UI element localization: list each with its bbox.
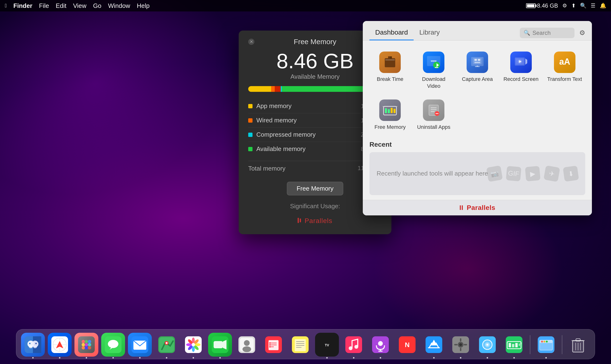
svg-rect-115 (460, 348, 461, 351)
dock-separator-2 (562, 335, 562, 354)
dock-camo-dot (487, 357, 488, 359)
dock-safari[interactable] (48, 333, 72, 357)
dock-contacts[interactable] (235, 333, 259, 357)
dock-photos-dot (193, 357, 194, 359)
svg-rect-126 (515, 343, 518, 347)
menubar-edit[interactable]: Edit (56, 2, 66, 10)
dock-launchpad[interactable] (74, 333, 98, 357)
tool-download-video[interactable]: www Download Video (413, 47, 454, 93)
dot-available-memory (248, 147, 252, 151)
footer-parallels-text: Parallels (467, 204, 495, 211)
tool-capture-area[interactable]: Capture Area (457, 47, 498, 93)
dock-appstore-dot (433, 357, 435, 359)
svg-rect-3 (385, 59, 395, 61)
svg-text:www: www (431, 60, 437, 62)
menubar-help[interactable]: Help (137, 2, 149, 10)
search-icon: 🔍 (524, 30, 530, 36)
dock-news[interactable]: N (395, 333, 419, 357)
dock-appstore[interactable] (422, 333, 446, 357)
dock-appletv[interactable]: TV (315, 333, 339, 357)
dock-finder2[interactable] (534, 333, 558, 357)
apple-menu[interactable]:  (5, 3, 7, 9)
dock-music[interactable] (342, 333, 366, 357)
svg-point-132 (541, 341, 543, 342)
notification-icon[interactable]: 🔔 (600, 3, 606, 9)
dock-maps[interactable] (155, 333, 179, 357)
battery-text: 8.46 GB (537, 2, 558, 9)
dock-facetime[interactable] (208, 333, 232, 357)
toolbox-panel: Dashboard Library 🔍 ⚙ Bre (363, 21, 592, 215)
svg-point-89 (269, 342, 271, 344)
dock-appletv-dot (326, 357, 328, 359)
menubar-view[interactable]: View (73, 2, 86, 10)
free-memory-button[interactable]: Free Memory (287, 182, 344, 195)
dot-compressed-memory (248, 133, 252, 137)
svg-point-134 (546, 341, 548, 342)
menubar-battery: 8.46 GB (526, 2, 558, 9)
tab-dashboard[interactable]: Dashboard (370, 25, 414, 40)
dock-podcasts-dot (380, 357, 381, 359)
dock-memstatus[interactable] (502, 333, 526, 357)
tab-library[interactable]: Library (414, 25, 446, 40)
svg-point-82 (244, 340, 250, 346)
dot-app-memory (248, 104, 252, 108)
free-memory-label: Free Memory (374, 124, 406, 131)
dock-messages[interactable] (101, 333, 125, 357)
dock-notes[interactable] (288, 333, 312, 357)
tool-uninstall-apps[interactable]: Uninstall Apps (413, 95, 454, 134)
tool-transform-text[interactable]: aA Transform Text (544, 47, 585, 93)
svg-rect-124 (509, 343, 511, 347)
dock: TV N (16, 329, 595, 359)
parallels-bars-icon (298, 218, 301, 223)
popup-parallels-logo: Parallels (248, 217, 382, 225)
control-center-icon[interactable]: ☰ (591, 3, 596, 9)
svg-point-53 (85, 343, 88, 346)
dock-separator (530, 335, 530, 354)
search-input[interactable] (532, 30, 571, 36)
dock-photos[interactable] (181, 333, 205, 357)
toolbox-gear-button[interactable]: ⚙ (579, 29, 585, 37)
total-label: Total memory (248, 165, 285, 172)
row-app-label: App memory (256, 102, 361, 110)
menubar:  Finder File Edit View Go Window Help 8… (0, 0, 611, 12)
dock-mail[interactable] (128, 333, 152, 357)
memory-row-available: Available memory 8.46 GB (248, 142, 382, 156)
recent-ghost-icons: 📷 GIF ▶ ✈ ⬇ (487, 152, 578, 195)
search-menubar-icon[interactable]: 🔍 (580, 3, 586, 9)
svg-rect-128 (520, 342, 521, 344)
memory-sublabel: Available Memory (248, 73, 382, 80)
menubar-window[interactable]: Window (108, 2, 130, 10)
dock-camo[interactable] (476, 333, 499, 357)
svg-point-101 (349, 346, 353, 350)
svg-rect-78 (214, 341, 223, 348)
svg-rect-25 (391, 108, 393, 113)
row-available-label: Available memory (256, 145, 361, 153)
svg-point-50 (85, 340, 88, 343)
break-time-icon (379, 52, 401, 73)
popup-close-button[interactable]: ✕ (248, 39, 254, 45)
parallels-menu-icon[interactable]: ⚙ (562, 3, 567, 9)
svg-point-52 (82, 343, 85, 346)
dock-podcasts[interactable] (369, 333, 392, 357)
tool-free-memory[interactable]: Free Memory (370, 95, 411, 134)
recent-title: Recent (370, 141, 585, 148)
svg-point-49 (82, 340, 85, 343)
extensions-icon[interactable]: ⬆ (571, 3, 576, 9)
footer-parallels-bars: II (459, 204, 464, 211)
tool-record-screen[interactable]: Record Screen (500, 47, 542, 93)
dock-safari-dot (59, 357, 60, 359)
dock-syspref[interactable] (449, 333, 473, 357)
dock-finder[interactable] (21, 333, 45, 357)
ghost-icon-5: ⬇ (563, 166, 579, 182)
memory-row-compressed: Compressed memory Zero KB (248, 128, 382, 142)
menubar-finder[interactable]: Finder (13, 2, 32, 10)
dock-reminders[interactable] (262, 333, 285, 357)
popup-header: ✕ Free Memory ⚙ (248, 38, 382, 46)
menubar-go[interactable]: Go (93, 2, 101, 10)
dock-trash[interactable] (566, 333, 590, 357)
menubar-file[interactable]: File (39, 2, 49, 10)
svg-point-42 (35, 343, 37, 344)
svg-rect-117 (464, 344, 467, 345)
svg-point-66 (166, 342, 168, 344)
tool-break-time[interactable]: Break Time (370, 47, 411, 93)
